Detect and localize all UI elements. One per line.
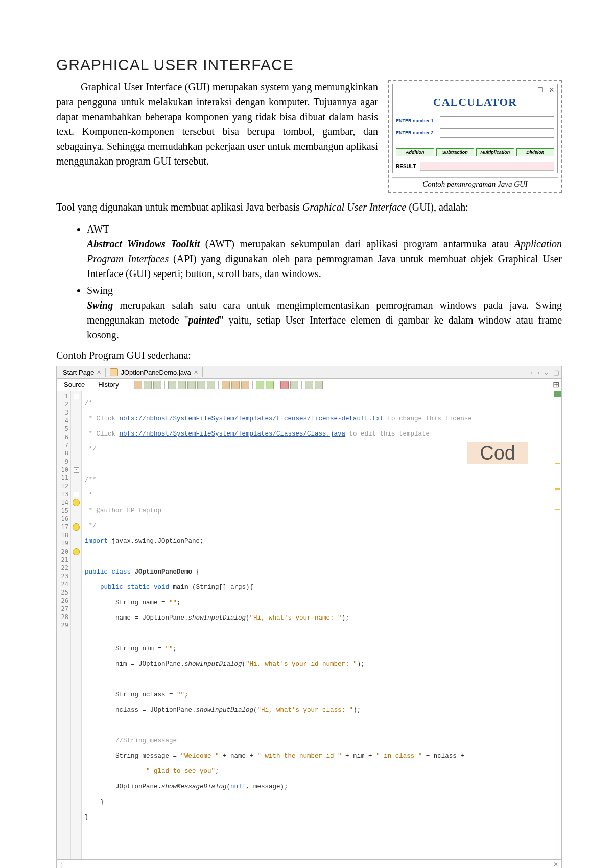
java-file-icon	[110, 368, 118, 376]
history-button[interactable]: History	[93, 380, 124, 390]
calc-num1-input[interactable]	[440, 116, 554, 125]
toolbar-icon[interactable]	[197, 381, 205, 389]
error-stripe	[554, 391, 561, 859]
awt-term: Abstract Windows Toolkit	[87, 238, 200, 249]
toolbar-icon[interactable]	[187, 381, 196, 389]
restore-icon[interactable]: ▢	[553, 369, 559, 376]
ide-screenshot: Start Page✕ JOptionPaneDemo.java✕ ‹ › ⌄ …	[56, 366, 562, 868]
nav-back-icon[interactable]: ‹	[531, 369, 533, 376]
bullet-swing: Swing Swing merupakan salah satu cara un…	[87, 283, 562, 342]
line-number-gutter: 12345 678910 1112131415 1617181920 21222…	[57, 391, 71, 859]
toolbar-icon[interactable]	[207, 381, 215, 389]
calc-subtraction-button[interactable]: Subtraction	[436, 148, 475, 156]
close-icon: ✕	[549, 86, 554, 94]
calc-num2-input[interactable]	[440, 128, 554, 138]
toolbar-icon[interactable]	[256, 381, 264, 389]
calc-caption: Contoh pemmrograman Java GUI	[392, 177, 558, 189]
calc-division-button[interactable]: Division	[516, 148, 555, 156]
toolbar-icon[interactable]	[241, 381, 249, 389]
tab-file[interactable]: JOptionPaneDemo.java✕	[106, 367, 202, 377]
calc-result-field	[420, 162, 554, 171]
calc-addition-button[interactable]: Addition	[396, 148, 434, 156]
fold-icon[interactable]: -	[74, 492, 79, 497]
marker-gutter: - - -	[71, 391, 82, 859]
minimize-icon: —	[525, 86, 531, 94]
nav-arrow-icon[interactable]: 〉	[60, 861, 67, 868]
calc-num1-label: ENTER number 1	[396, 118, 436, 123]
toolbar-icon[interactable]	[168, 381, 176, 389]
tool-paragraph: Tool yang digunakan untuk membuat aplika…	[56, 200, 562, 215]
fold-icon[interactable]: -	[74, 467, 79, 473]
hint-bulb-icon[interactable]	[73, 548, 80, 555]
toolbar-icon[interactable]	[290, 381, 298, 389]
page-title: GRAPHICAL USER INTERFACE	[56, 56, 562, 74]
maximize-icon: ☐	[537, 86, 543, 94]
calc-multiplication-button[interactable]: Multiplication	[476, 148, 514, 156]
toolbar-icon[interactable]	[222, 381, 230, 389]
swing-term: Swing	[87, 300, 113, 311]
bullet-awt: AWT Abstract Windows Toolkit (AWT) merup…	[87, 222, 562, 281]
close-icon[interactable]: ✕	[194, 369, 198, 376]
code-editor[interactable]: /* * Click nbfs://nbhost/SystemFileSyste…	[82, 391, 554, 859]
toolbar-icon[interactable]	[178, 381, 186, 389]
example-label: Contoh Program GUI sederhana:	[56, 350, 562, 361]
calculator-figure: — ☐ ✕ CALCULATOR ENTER number 1 ENTER nu…	[388, 80, 562, 193]
intro-paragraph: Graphical User Interface (GUI) merupakan…	[56, 80, 378, 193]
hint-bulb-icon[interactable]	[73, 499, 80, 506]
calc-result-label: RESULT	[396, 164, 416, 169]
calc-title: CALCULATOR	[396, 96, 554, 109]
toolbar-icon[interactable]	[266, 381, 274, 389]
hint-bulb-icon[interactable]	[73, 523, 80, 531]
toolbar-icons	[134, 381, 323, 389]
fold-icon[interactable]: -	[74, 394, 79, 399]
close-icon[interactable]: ✕	[97, 369, 101, 376]
expand-icon[interactable]: ⊞	[553, 380, 559, 390]
toolbar-icon[interactable]	[134, 381, 142, 389]
toolbar-icon[interactable]	[153, 381, 161, 389]
toolbar-icon[interactable]	[280, 381, 289, 389]
tab-start-page[interactable]: Start Page✕	[59, 368, 106, 377]
overlay-label: Cod	[467, 442, 528, 464]
toolbar-icon[interactable]	[305, 381, 313, 389]
dropdown-icon[interactable]: ⌄	[544, 369, 549, 376]
nav-fwd-icon[interactable]: ›	[537, 369, 539, 376]
toolbar-icon[interactable]	[315, 381, 323, 389]
calc-num2-label: ENTER number 2	[396, 130, 436, 135]
source-button[interactable]: Source	[59, 380, 90, 390]
toolbar-icon[interactable]	[144, 381, 152, 389]
close-icon[interactable]: ✕	[553, 861, 558, 868]
toolbar-icon[interactable]	[231, 381, 240, 389]
